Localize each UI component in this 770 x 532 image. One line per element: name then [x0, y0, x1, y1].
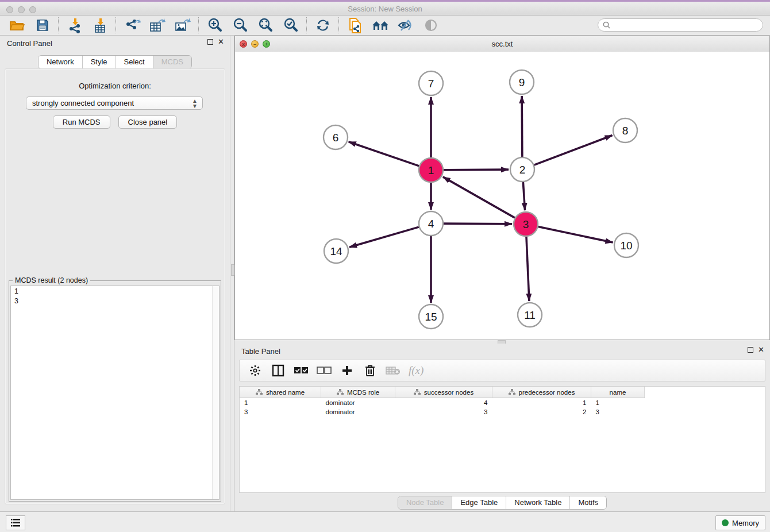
- zoom-selected-button[interactable]: [278, 16, 303, 34]
- delete-table-button[interactable]: [386, 363, 401, 378]
- graph-edge-4-3[interactable]: [444, 223, 512, 224]
- table-row[interactable]: 1dominator411: [240, 398, 645, 408]
- mcds-result-area[interactable]: 13: [10, 286, 220, 500]
- export-network-button[interactable]: [120, 16, 145, 34]
- graph-edge-2-9[interactable]: [522, 96, 522, 157]
- scrollbar-track[interactable]: [212, 286, 219, 499]
- table-cell: 3: [240, 407, 321, 417]
- add-column-button[interactable]: [340, 363, 355, 378]
- search-input[interactable]: [613, 21, 763, 30]
- tab-motifs[interactable]: Motifs: [570, 496, 606, 509]
- graph-node-7[interactable]: 7: [419, 71, 443, 95]
- table-panel-title: Table Panel: [241, 347, 280, 356]
- graph-node-2[interactable]: 2: [510, 157, 534, 182]
- zoom-fit-button[interactable]: [253, 16, 278, 34]
- frame-minimize-button[interactable]: –: [251, 40, 259, 48]
- column-header-name[interactable]: name: [591, 387, 645, 398]
- hide-selected-button[interactable]: [393, 16, 418, 34]
- close-panel-icon[interactable]: ✕: [218, 39, 224, 45]
- tab-mcds[interactable]: MCDS: [153, 56, 191, 68]
- delete-column-button[interactable]: [363, 363, 378, 378]
- open-folder-icon: [9, 18, 25, 32]
- float-panel-icon[interactable]: [748, 347, 753, 353]
- graph-node-9[interactable]: 9: [510, 70, 534, 94]
- vertical-splitter[interactable]: [230, 36, 234, 511]
- export-table-button[interactable]: [145, 16, 170, 34]
- task-history-button[interactable]: [6, 515, 25, 530]
- frame-maximize-button[interactable]: +: [263, 40, 270, 48]
- graph-edge-3-11[interactable]: [526, 237, 529, 301]
- graph-node-4[interactable]: 4: [419, 211, 443, 236]
- mcds-result-value: 1: [11, 286, 219, 296]
- column-header-MCDS-role[interactable]: MCDS role: [321, 387, 395, 398]
- graph-edge-3-1[interactable]: [443, 177, 515, 218]
- column-header-successor-nodes[interactable]: successor nodes: [395, 387, 492, 398]
- show-all-button[interactable]: [418, 16, 444, 34]
- graph-edge-3-10[interactable]: [538, 227, 613, 242]
- graph-node-label: 14: [330, 245, 342, 257]
- import-network-button[interactable]: [62, 16, 87, 34]
- import-network-icon: [67, 17, 83, 33]
- tab-select[interactable]: Select: [116, 56, 153, 68]
- deselect-all-button[interactable]: [317, 363, 332, 378]
- graph-node-6[interactable]: 6: [324, 125, 348, 149]
- graph-edge-4-14[interactable]: [349, 227, 419, 247]
- mcds-result-value: 3: [11, 296, 219, 306]
- zoom-out-button[interactable]: [228, 16, 253, 34]
- graph-node-15[interactable]: 15: [419, 304, 443, 329]
- graph-node-8[interactable]: 8: [613, 118, 637, 142]
- select-all-button[interactable]: [294, 363, 309, 378]
- export-image-button[interactable]: [170, 16, 195, 34]
- graph-edge-1-6[interactable]: [349, 142, 419, 166]
- graph-node-10[interactable]: 10: [614, 233, 638, 257]
- first-neighbors-button[interactable]: [368, 16, 393, 34]
- column-header-shared-name[interactable]: shared name: [240, 387, 321, 398]
- graph-edge-2-8[interactable]: [534, 136, 613, 165]
- table-cell: 1: [492, 398, 591, 408]
- close-panel-button[interactable]: Close panel: [118, 115, 178, 129]
- graph-node-label: 10: [620, 240, 632, 252]
- graph-node-3[interactable]: 3: [514, 212, 538, 236]
- houses-icon: [371, 18, 390, 32]
- column-header-predecessor-nodes[interactable]: predecessor nodes: [492, 387, 591, 398]
- network-view-frame: scc.txt x – + 7968124314101511: [234, 36, 770, 340]
- search-field[interactable]: [598, 18, 763, 32]
- table-cell: 1: [591, 398, 645, 408]
- float-panel-icon[interactable]: [207, 39, 213, 45]
- network-canvas[interactable]: 7968124314101511: [235, 52, 769, 340]
- criterion-dropdown[interactable]: strongly connected component ▲▼: [26, 97, 203, 110]
- clone-network-button[interactable]: [342, 16, 368, 34]
- tab-network[interactable]: Network: [38, 56, 83, 68]
- column-header-label: MCDS role: [347, 389, 379, 396]
- import-table-button[interactable]: [87, 16, 113, 34]
- graph-node-label: 4: [428, 218, 434, 230]
- main-toolbar: [0, 16, 770, 36]
- node-table[interactable]: shared nameMCDS rolesuccessor nodesprede…: [239, 386, 765, 493]
- graph-node-14[interactable]: 14: [324, 239, 348, 263]
- control-panel-tabs: NetworkStyleSelectMCDS: [38, 55, 192, 69]
- run-mcds-button[interactable]: Run MCDS: [53, 115, 110, 129]
- tab-style[interactable]: Style: [83, 56, 116, 68]
- save-session-button[interactable]: [30, 16, 55, 34]
- close-panel-icon[interactable]: ✕: [758, 347, 764, 353]
- memory-button[interactable]: Memory: [715, 515, 765, 530]
- graph-node-11[interactable]: 11: [518, 303, 542, 327]
- graph-node-label: 2: [519, 164, 526, 176]
- column-visibility-button[interactable]: [271, 363, 286, 378]
- table-row[interactable]: 3dominator323: [240, 407, 645, 417]
- apply-layout-button[interactable]: [310, 16, 336, 34]
- graph-edge-1-2[interactable]: [444, 169, 509, 170]
- graph-node-1[interactable]: 1: [419, 158, 443, 182]
- function-builder-button[interactable]: f(x): [409, 364, 424, 377]
- toolbar-separator: [58, 17, 59, 33]
- graph-edge-2-3[interactable]: [523, 182, 525, 210]
- frame-close-button[interactable]: x: [240, 40, 247, 48]
- table-options-button[interactable]: [248, 363, 263, 378]
- tab-node-table[interactable]: Node Table: [398, 496, 453, 509]
- tab-network-table[interactable]: Network Table: [506, 496, 570, 509]
- window-title: Session: New Session: [0, 2, 770, 16]
- column-header-label: name: [610, 389, 626, 396]
- open-session-button[interactable]: [5, 16, 30, 34]
- tab-edge-table[interactable]: Edge Table: [452, 496, 506, 509]
- zoom-in-button[interactable]: [202, 16, 228, 34]
